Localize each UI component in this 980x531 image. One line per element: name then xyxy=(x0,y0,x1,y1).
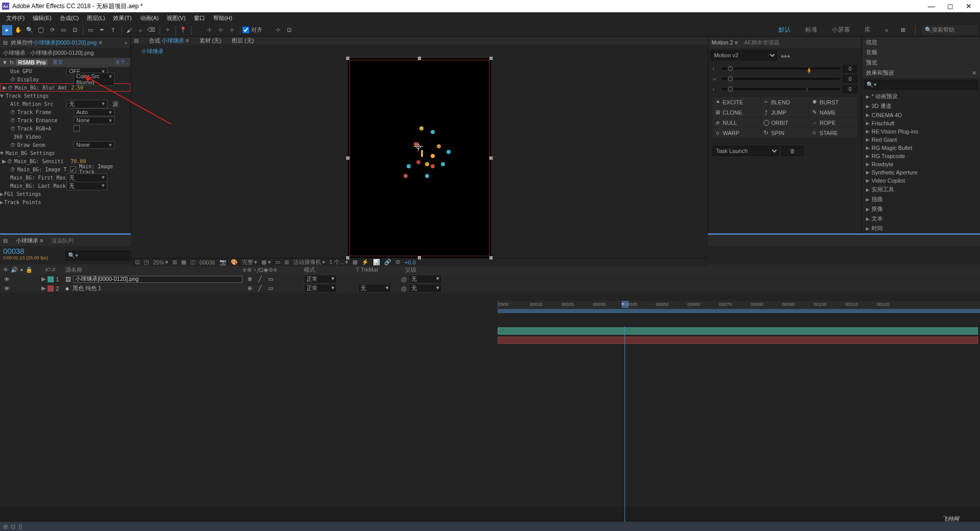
audio-col-icon[interactable]: 🔊 xyxy=(11,267,18,273)
fit-icon[interactable]: ⊞ xyxy=(172,259,177,266)
menu-view[interactable]: 视图(V) xyxy=(163,14,190,22)
prop-main_bg-image-t[interactable]: ⏱Main_BG: Image T✓Main: Image Track xyxy=(0,165,130,173)
panbehind-tool[interactable]: ⊡ xyxy=(70,25,80,35)
motion-btn-rope[interactable]: ⟋ROPE xyxy=(809,118,857,127)
timeline-layer-row[interactable]: 👁▶2■黑色 纯色 1⊕╱▭正常▾无▾@无▾ xyxy=(0,284,980,293)
source-name-column-header[interactable]: 源名称 xyxy=(63,266,242,274)
preset-category[interactable]: ▶实用工具 xyxy=(864,185,978,194)
tab-script-manager[interactable]: AE脚本管理器 xyxy=(744,39,780,47)
eye-toggle[interactable]: 👁 xyxy=(3,285,10,292)
tab-timeline-comp[interactable]: 小球继承 ≡ xyxy=(16,237,43,245)
pen-tool[interactable]: ✒ xyxy=(97,25,107,35)
status-icon-2[interactable]: ⊡ xyxy=(11,523,15,530)
pickwhip-icon[interactable]: @ xyxy=(401,276,407,282)
effect-reset-link[interactable]: 重置 xyxy=(53,59,63,66)
workspace-default[interactable]: 默认 xyxy=(773,26,796,34)
menu-anim[interactable]: 动画(A) xyxy=(136,14,163,22)
motion-btn-excite[interactable]: ✦EXCITE xyxy=(712,97,761,107)
effect-header[interactable]: ▼ fx RSMB Pro 重置 关于.. xyxy=(0,58,130,67)
shape-rect-tool[interactable]: ▭ xyxy=(85,25,96,35)
exposure-value[interactable]: +0.0 xyxy=(405,259,416,266)
snap-option-1[interactable]: ⊹ xyxy=(273,25,283,35)
tab-render-queue[interactable]: 渲染队列 xyxy=(51,237,74,245)
axis-view[interactable]: ⊹ xyxy=(227,25,237,35)
preset-category[interactable]: ▶时间 xyxy=(864,224,978,233)
motion-btn-orbit[interactable]: ◯ORBIT xyxy=(761,118,809,127)
motion-btn-warp[interactable]: ◊WARP xyxy=(712,128,761,138)
effect-about-link[interactable]: 关于.. xyxy=(115,59,128,66)
preset-category[interactable]: ▶RG Magic Bullet xyxy=(864,144,978,152)
task-launch-dropdown[interactable]: Task Launch xyxy=(712,146,779,156)
comp-breadcrumb[interactable]: 小球继承 xyxy=(131,45,708,58)
roto-tool[interactable]: ✧ xyxy=(162,25,172,35)
preset-category[interactable]: ▶* 动画预设 xyxy=(864,92,978,101)
effects-search-input[interactable]: 🔍▾ xyxy=(864,80,978,90)
clone-tool[interactable]: ⟐ xyxy=(135,25,145,35)
mode-column-header[interactable]: 模式 xyxy=(304,266,350,274)
flag-icon[interactable]: ↕ xyxy=(806,86,809,92)
fx-badge-icon[interactable]: fx xyxy=(10,59,14,65)
preset-category[interactable]: ▶Frischluft xyxy=(864,119,978,127)
tab-footage[interactable]: 素材 (无) xyxy=(199,37,221,45)
tab-comp[interactable]: 合成 小球继承 ≡ xyxy=(149,37,189,45)
menu-layer[interactable]: 图层(L) xyxy=(83,14,109,22)
snap-option-2[interactable]: ⊡ xyxy=(284,25,294,35)
motion-btn-burst[interactable]: ✺BURST xyxy=(809,97,857,107)
axis-world[interactable]: ⊹ xyxy=(215,25,226,35)
trkmat-column-header[interactable]: T TrkMat xyxy=(350,267,401,273)
menu-edit[interactable]: 编辑(E) xyxy=(29,14,56,22)
eye-toggle[interactable]: 👁 xyxy=(3,276,10,283)
prop-track-rgb+a[interactable]: ⏱Track RGB+A xyxy=(0,124,130,132)
text-tool[interactable]: T xyxy=(108,25,118,35)
lock-col-icon[interactable]: 🔒 xyxy=(26,267,33,273)
prop-alt-motion-src[interactable]: Alt Motion Src无▾源 xyxy=(0,100,130,108)
axis-local[interactable]: ⊹ xyxy=(204,25,214,35)
eye-col-icon[interactable]: 👁 xyxy=(3,267,9,273)
hand-tool[interactable]: ✋ xyxy=(13,25,24,35)
layer-2-bar[interactable] xyxy=(498,337,978,344)
label-col-icon[interactable]: 🏷 xyxy=(45,267,51,273)
parent-dropdown[interactable]: 无▾ xyxy=(409,284,442,293)
preset-category[interactable]: ▶扭曲 xyxy=(864,194,978,204)
search-help-input[interactable]: 🔍 搜索帮助 xyxy=(922,25,978,35)
prop-360-video[interactable]: 360 Video xyxy=(0,132,130,141)
prop-fg1-settings[interactable]: ▶FG1 Settings xyxy=(0,190,130,198)
preset-category[interactable]: ▶Video Copilot xyxy=(864,176,978,185)
expand-triangle-icon[interactable]: ▼ xyxy=(2,59,8,65)
info-panel-header[interactable]: 信息 xyxy=(862,37,980,47)
parent-dropdown[interactable]: 无▾ xyxy=(409,275,442,283)
prop-track-settings[interactable]: ▼Track Settings xyxy=(0,92,130,100)
menu-file[interactable]: 文件(F) xyxy=(2,14,29,22)
timeline-tracks[interactable] xyxy=(498,326,978,345)
preset-category[interactable]: ▶文本 xyxy=(864,214,978,224)
preset-category[interactable]: ▶Synthetic Aperture xyxy=(864,168,978,176)
zoom-dropdown[interactable]: 25% ▾ xyxy=(153,259,168,266)
preset-category[interactable]: ▶3D 通道 xyxy=(864,101,978,111)
current-time-indicator[interactable] xyxy=(625,326,625,531)
motion-btn-clone[interactable]: ⊞CLONE xyxy=(712,107,761,117)
guides-icon[interactable]: ⊞ xyxy=(284,259,289,266)
preset-category[interactable]: ▶抠像 xyxy=(864,204,978,214)
minimize-button[interactable]: — xyxy=(928,2,935,10)
workspace-small[interactable]: 小屏幕 xyxy=(827,26,855,34)
quality-dropdown[interactable]: 完整 ▾ xyxy=(242,258,257,266)
motion-version-dropdown[interactable]: Motion v2 xyxy=(710,50,777,60)
workspace-overflow-icon[interactable]: ⊞ xyxy=(898,25,908,35)
current-frame-display[interactable]: 00038 xyxy=(3,247,58,255)
effects-panel-layer-link[interactable]: 小球继承[0000-0120].png xyxy=(33,39,97,47)
layer-name-input[interactable] xyxy=(73,276,242,283)
close-button[interactable]: ✕ xyxy=(966,2,972,10)
prop-track-frame[interactable]: ⏱Track FrameAuto▾ xyxy=(0,108,130,116)
status-icon-3[interactable]: {} xyxy=(18,523,22,529)
menu-help[interactable]: 帮助(H) xyxy=(209,14,236,22)
panel-menu-icon[interactable]: ≡ xyxy=(973,70,976,76)
roi-icon[interactable]: ▭ xyxy=(275,259,280,266)
motion-btn-stare[interactable]: ☆STARE xyxy=(809,128,857,138)
prop-track-enhance[interactable]: ⏱Track EnhanceNone▾ xyxy=(0,116,130,124)
motion-btn-name[interactable]: ✎NAME xyxy=(809,107,857,117)
composition-viewer[interactable] xyxy=(131,58,708,258)
prop-display[interactable]: ⏱DisplayColor Src Blurred▾ xyxy=(0,75,130,83)
puppet-tool[interactable]: 📍 xyxy=(178,25,188,35)
parent-column-header[interactable]: 父级 xyxy=(401,266,457,274)
layer-1-bar[interactable] xyxy=(498,327,978,335)
